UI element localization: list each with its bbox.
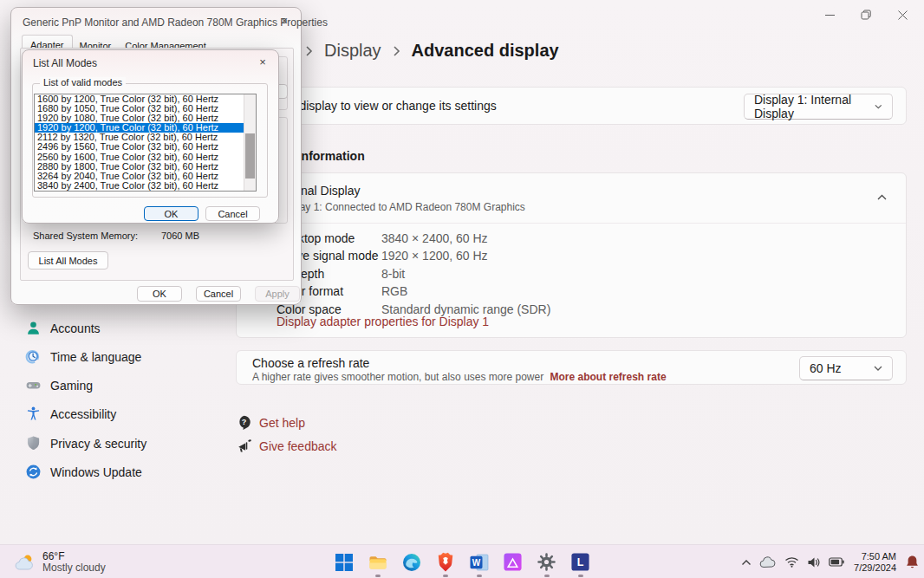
close-button[interactable]: × — [277, 13, 292, 29]
sidebar-item-label: Gaming — [50, 379, 93, 393]
taskbar-apps: W L — [332, 545, 592, 578]
sidebar-item-accounts[interactable]: Accounts — [5, 314, 231, 342]
edge-button[interactable] — [400, 550, 423, 574]
close-icon — [898, 10, 908, 20]
sidebar-item-label: Windows Update — [50, 465, 142, 479]
volume-icon[interactable] — [807, 556, 821, 568]
scrollbar[interactable] — [244, 94, 256, 191]
accessibility-icon — [24, 406, 42, 423]
sidebar-item-gaming[interactable]: Gaming — [5, 371, 231, 399]
start-button[interactable] — [332, 550, 355, 574]
running-indicator — [544, 575, 550, 577]
settings-button[interactable] — [535, 550, 558, 574]
display-card-subtitle: Display 1: Connected to AMD Radeon 780M … — [277, 201, 525, 213]
svg-text:?: ? — [242, 418, 247, 426]
feedback-icon — [236, 438, 252, 454]
ok-button[interactable]: OK — [137, 286, 182, 302]
display-expander-header[interactable]: Internal Display Display 1: Connected to… — [237, 173, 906, 223]
notification-bell-icon[interactable] — [906, 555, 919, 569]
weather-icon — [14, 553, 36, 572]
list-all-modes-button[interactable]: List All Modes — [28, 251, 108, 270]
restore-icon — [861, 10, 871, 20]
detail-value: RGB — [381, 284, 407, 298]
running-indicator — [375, 575, 381, 577]
breadcrumb-chevron-icon — [305, 45, 313, 57]
clock[interactable]: 7:50 AM 7/29/2024 — [852, 551, 898, 574]
display-adapter-properties-link[interactable]: Display adapter properties for Display 1 — [277, 315, 489, 328]
ok-button[interactable]: OK — [144, 206, 198, 221]
svg-text:W: W — [472, 558, 480, 568]
refresh-rate-title: Choose a refresh rate — [252, 356, 369, 370]
close-button[interactable] — [884, 2, 921, 28]
accounts-icon — [24, 320, 42, 337]
close-icon: × — [281, 14, 288, 28]
brave-button[interactable] — [433, 550, 457, 574]
battery-icon[interactable] — [829, 557, 844, 567]
sidebar-item-accessibility[interactable]: Accessibility — [5, 399, 231, 428]
affinity-icon — [503, 552, 523, 572]
minimize-button[interactable] — [811, 2, 848, 28]
give-feedback-label: Give feedback — [259, 439, 337, 453]
breadcrumb-item-display[interactable]: Display — [324, 41, 381, 61]
shared-memory-label: Shared System Memory: — [33, 231, 138, 241]
maximize-button[interactable] — [848, 2, 884, 28]
sidebar-item-privacy-security[interactable]: Privacy & security — [5, 429, 231, 458]
modes-listbox[interactable]: 1600 by 1200, True Color (32 bit), 60 He… — [34, 94, 257, 192]
windows-update-icon — [24, 464, 42, 481]
sidebar-item-time-language[interactable]: Time & language — [5, 342, 231, 371]
mode-list-item[interactable]: 2560 by 1600, True Color (32 bit), 60 He… — [35, 153, 256, 162]
sidebar-item-label: Time & language — [50, 350, 141, 364]
scrollbar-thumb[interactable] — [245, 133, 255, 179]
refresh-rate-subtitle: A higher rate gives smoother motion, but… — [252, 371, 667, 383]
close-button[interactable]: × — [255, 54, 270, 69]
minimize-icon — [825, 10, 835, 20]
get-help-link[interactable]: ? Get help — [236, 414, 305, 431]
sidebar-item-windows-update[interactable]: Windows Update — [5, 458, 231, 486]
word-icon: W — [469, 552, 490, 573]
shield-icon — [24, 435, 42, 452]
select-display-card: Select a display to view or change its s… — [236, 87, 907, 125]
cancel-button[interactable]: Cancel — [205, 206, 260, 221]
more-about-refresh-rate-link[interactable]: More about refresh rate — [550, 371, 667, 383]
cancel-button[interactable]: Cancel — [196, 286, 241, 302]
weather-temp: 66°F — [42, 551, 106, 562]
l-app-button[interactable]: L — [569, 550, 592, 574]
time-language-icon — [24, 348, 42, 366]
detail-value: 8-bit — [381, 267, 405, 281]
clock-date: 7/29/2024 — [854, 562, 896, 574]
svg-text:L: L — [577, 556, 584, 568]
divider — [237, 223, 906, 224]
running-indicator — [477, 575, 482, 577]
get-help-label: Get help — [259, 416, 305, 430]
wifi-icon[interactable] — [784, 556, 799, 568]
weather-widget[interactable]: 66°F Mostly cloudy — [9, 545, 111, 578]
onedrive-cloud-icon[interactable] — [759, 556, 777, 568]
word-button[interactable]: W — [467, 550, 491, 574]
mode-list-item[interactable]: 2496 by 1560, True Color (32 bit), 60 He… — [35, 142, 256, 152]
display-select-value: Display 1: Internal Display — [754, 93, 875, 120]
settings-gear-icon — [537, 552, 556, 572]
system-tray: 7:50 AM 7/29/2024 — [741, 545, 919, 578]
display-select-dropdown[interactable]: Display 1: Internal Display — [744, 94, 893, 120]
give-feedback-link[interactable]: Give feedback — [236, 438, 337, 454]
detail-row: Desktop mode 3840 × 2400, 60 Hz — [277, 229, 488, 247]
refresh-rate-card: Choose a refresh rate A higher rate give… — [236, 350, 907, 385]
edge-icon — [401, 552, 422, 573]
affinity-button[interactable] — [501, 550, 524, 574]
chevron-down-icon — [875, 104, 882, 109]
running-indicator — [578, 575, 583, 577]
hidden-icons-chevron-icon[interactable] — [741, 559, 752, 566]
sidebar-item-label: Accessibility — [50, 407, 116, 421]
refresh-rate-dropdown[interactable]: 60 Hz — [799, 356, 893, 380]
page-title: Advanced display — [412, 41, 559, 61]
help-icon: ? — [236, 414, 252, 431]
mode-list-item[interactable]: 3840 by 2400, True Color (32 bit), 60 He… — [35, 181, 256, 191]
running-indicator — [443, 575, 448, 577]
breadcrumb: Display Advanced display — [305, 41, 559, 61]
apply-button[interactable]: Apply — [255, 286, 300, 302]
dialog-title: List All Modes — [33, 57, 97, 69]
weather-condition: Mostly cloudy — [42, 562, 106, 574]
list-all-modes-dialog: List All Modes × List of valid modes 160… — [22, 49, 279, 224]
refresh-rate-value: 60 Hz — [810, 361, 842, 375]
file-explorer-button[interactable] — [366, 550, 389, 574]
